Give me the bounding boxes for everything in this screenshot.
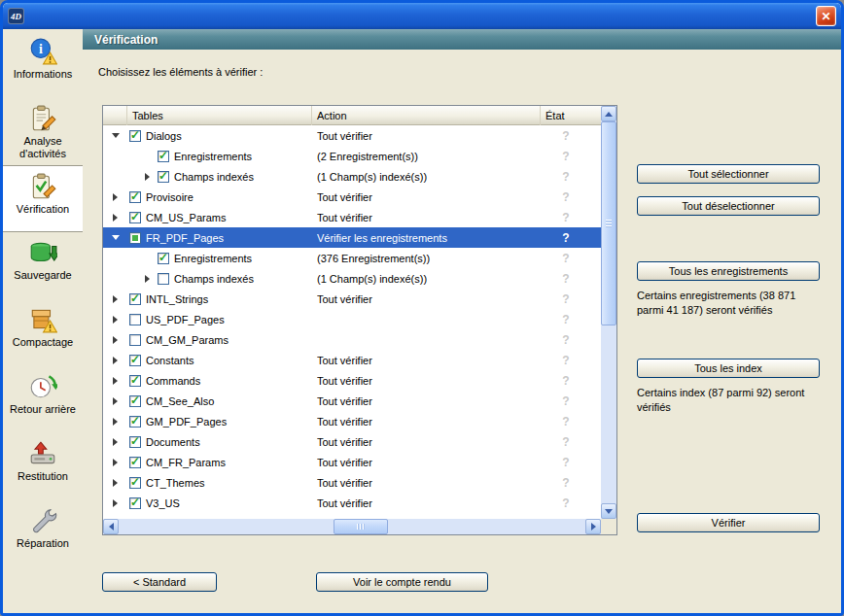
- table-row[interactable]: CM_US_ParamsTout vérifier?: [103, 207, 601, 227]
- vertical-scroll-track[interactable]: [601, 121, 616, 503]
- table-row[interactable]: ConstantsTout vérifier?: [103, 350, 601, 370]
- table-row[interactable]: Enregistrements(376 Enregistrement(s))?: [103, 248, 601, 268]
- table-row[interactable]: DialogsTout vérifier?: [103, 125, 601, 146]
- column-header-tables[interactable]: Tables: [127, 106, 312, 125]
- column-header-etat[interactable]: État: [541, 106, 601, 125]
- table-row[interactable]: FR_PDF_PagesVérifier les enregistrements…: [103, 227, 601, 248]
- table-row[interactable]: CommandsTout vérifier?: [103, 370, 601, 391]
- table-name-label: Commands: [146, 375, 200, 387]
- table-row[interactable]: CM_GM_Params?: [103, 329, 601, 350]
- row-status: ?: [541, 394, 591, 408]
- table-row[interactable]: DocumentsTout vérifier?: [103, 431, 601, 452]
- horizontal-scroll-track[interactable]: [119, 519, 585, 534]
- sidebar-item-restitution[interactable]: Restitution: [3, 433, 83, 500]
- table-row[interactable]: GM_PDF_PagesTout vérifier?: [103, 411, 601, 431]
- deselect-all-button[interactable]: Tout déselectionner: [637, 196, 820, 216]
- table-row[interactable]: Champs indexés(1 Champ(s) indexé(s))?: [103, 268, 601, 289]
- row-action-label: (376 Enregistrement(s)): [312, 253, 541, 264]
- select-all-button[interactable]: Tout sélectionner: [637, 164, 820, 184]
- row-checkbox[interactable]: [129, 355, 141, 366]
- close-button[interactable]: ✕: [816, 6, 836, 26]
- row-checkbox[interactable]: [158, 171, 169, 183]
- expander-icon[interactable]: [113, 459, 118, 466]
- table-row[interactable]: CM_FR_ParamsTout vérifier?: [103, 452, 601, 472]
- expander-icon[interactable]: [113, 295, 118, 303]
- expander-icon[interactable]: [112, 133, 120, 138]
- table-row[interactable]: INTL_StringsTout vérifier?: [103, 289, 601, 309]
- table-row[interactable]: Champs indexés(1 Champ(s) indexé(s))?: [103, 166, 601, 187]
- expander-icon[interactable]: [145, 275, 150, 283]
- expander-icon[interactable]: [113, 377, 118, 385]
- sidebar-item-informations[interactable]: i Informations: [3, 31, 83, 98]
- table-row[interactable]: US_PDF_Pages?: [103, 309, 601, 329]
- row-checkbox[interactable]: [158, 151, 169, 162]
- expander-cell: [103, 397, 127, 405]
- expander-icon[interactable]: [112, 235, 120, 240]
- expander-icon[interactable]: [113, 316, 118, 324]
- table-row[interactable]: ProvisoireTout vérifier?: [103, 187, 601, 207]
- sidebar-item-reparation[interactable]: Réparation: [3, 500, 83, 567]
- row-checkbox[interactable]: [129, 395, 141, 407]
- verify-checklist-icon: [27, 172, 58, 201]
- row-checkbox[interactable]: [129, 416, 141, 428]
- titlebar[interactable]: 4D ✕: [3, 3, 841, 29]
- column-header-action[interactable]: Action: [312, 106, 541, 125]
- sidebar-item-compactage[interactable]: Compactage: [3, 299, 83, 366]
- row-checkbox[interactable]: [129, 130, 141, 142]
- row-checkbox[interactable]: [129, 436, 141, 448]
- standard-button[interactable]: < Standard: [102, 572, 217, 592]
- sidebar-item-sauvegarde[interactable]: Sauvegarde: [3, 232, 83, 299]
- row-checkbox[interactable]: [158, 273, 169, 285]
- verify-button[interactable]: Vérifier: [637, 513, 820, 532]
- expander-icon[interactable]: [113, 499, 118, 507]
- expander-icon[interactable]: [113, 397, 118, 405]
- table-row[interactable]: Enregistrements(2 Enregistrement(s))?: [103, 146, 601, 166]
- report-button[interactable]: Voir le compte rendu: [316, 572, 488, 592]
- scroll-down-button[interactable]: [601, 503, 616, 519]
- expander-icon[interactable]: [113, 479, 118, 487]
- row-checkbox[interactable]: [129, 212, 141, 223]
- vertical-scroll-thumb[interactable]: [601, 121, 616, 325]
- row-checkbox[interactable]: [129, 191, 141, 203]
- sidebar-item-analyse[interactable]: Analyse d'activités: [3, 98, 83, 165]
- row-checkbox[interactable]: [129, 497, 141, 509]
- scroll-left-button[interactable]: [103, 519, 119, 534]
- expander-icon[interactable]: [113, 418, 118, 426]
- expander-icon[interactable]: [113, 336, 118, 344]
- expander-icon[interactable]: [145, 173, 150, 181]
- vertical-scrollbar[interactable]: [601, 106, 616, 519]
- expander-icon[interactable]: [113, 357, 118, 364]
- row-checkbox[interactable]: [158, 253, 169, 264]
- sidebar-item-retour-arriere[interactable]: Retour arrière: [3, 366, 83, 433]
- expander-icon[interactable]: [113, 214, 118, 222]
- row-checkbox[interactable]: [129, 293, 141, 305]
- row-status: ?: [541, 272, 591, 286]
- row-checkbox[interactable]: [129, 334, 141, 346]
- scroll-up-button[interactable]: [601, 106, 616, 121]
- expander-icon[interactable]: [113, 193, 118, 201]
- tables-cell: V3_US: [127, 497, 312, 509]
- sidebar-item-verification[interactable]: Vérification: [3, 165, 83, 232]
- scroll-right-button[interactable]: [585, 519, 601, 534]
- all-records-button[interactable]: Tous les enregistrements: [637, 261, 820, 281]
- tables-cell: Dialogs: [127, 130, 312, 142]
- horizontal-scrollbar[interactable]: [103, 519, 601, 534]
- child-expander-cell: [145, 275, 158, 283]
- row-checkbox[interactable]: [129, 375, 141, 387]
- row-checkbox[interactable]: [129, 232, 141, 244]
- row-checkbox[interactable]: [129, 477, 141, 489]
- table-row[interactable]: CT_ThemesTout vérifier?: [103, 472, 601, 493]
- table-row[interactable]: CM_See_AlsoTout vérifier?: [103, 391, 601, 411]
- row-status: ?: [541, 252, 591, 265]
- horizontal-scroll-thumb[interactable]: [334, 519, 388, 534]
- row-checkbox[interactable]: [129, 457, 141, 468]
- repair-wrench-icon: [27, 506, 58, 535]
- table-row[interactable]: V3_USTout vérifier?: [103, 493, 601, 513]
- row-status: ?: [541, 333, 591, 347]
- all-indexes-button[interactable]: Tous les index: [637, 359, 820, 378]
- row-checkbox[interactable]: [129, 314, 141, 325]
- expander-icon[interactable]: [113, 438, 118, 446]
- row-status: ?: [541, 231, 591, 245]
- row-status: ?: [541, 292, 591, 306]
- table-name-label: FR_PDF_Pages: [146, 232, 224, 244]
